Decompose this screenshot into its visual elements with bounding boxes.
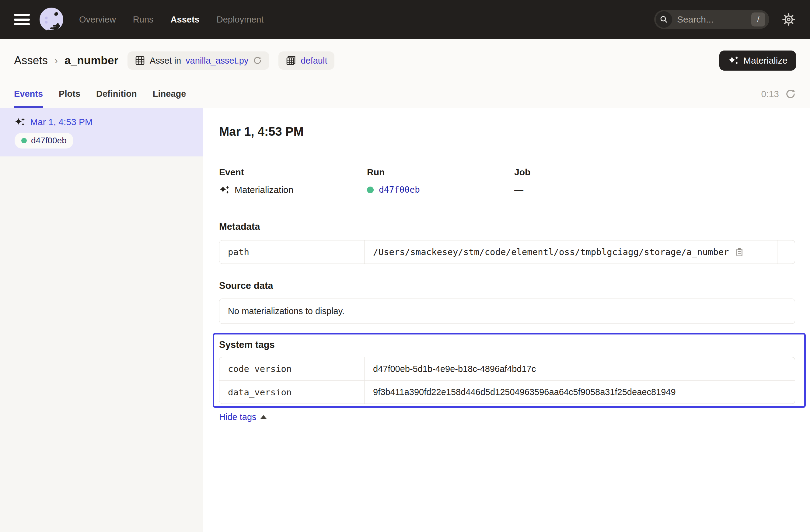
tag-value: d47f00eb-5d1b-4e9e-b18c-4896af4bd17c bbox=[373, 364, 536, 374]
run-id-label: d47f00eb bbox=[31, 136, 67, 145]
nav-item-assets[interactable]: Assets bbox=[171, 15, 200, 25]
nav-item-deployment[interactable]: Deployment bbox=[217, 15, 264, 25]
materialization-sparkles-icon bbox=[219, 186, 229, 194]
event-timestamp: Mar 1, 4:53 PM bbox=[30, 117, 93, 127]
asset-location-badge: Asset in vanilla_asset.py bbox=[128, 51, 270, 70]
breadcrumb-assets-link[interactable]: Assets bbox=[14, 54, 48, 67]
materialize-button[interactable]: Materialize bbox=[719, 50, 796, 70]
system-tags-heading: System tags bbox=[219, 339, 795, 350]
divider bbox=[219, 154, 795, 154]
table-row: data_version 9f3b411a390fd22e158d446d5d1… bbox=[220, 381, 795, 404]
repo-default-link[interactable]: default bbox=[301, 56, 327, 66]
dagster-logo-icon[interactable] bbox=[39, 7, 64, 32]
materialization-sparkles-icon bbox=[15, 117, 25, 127]
asset-location-prefix: Asset in bbox=[150, 56, 181, 66]
event-summary: Event Materialization Run d bbox=[219, 167, 795, 195]
tag-key: data_version bbox=[220, 381, 364, 404]
nav-item-runs[interactable]: Runs bbox=[133, 15, 154, 25]
menu-icon[interactable] bbox=[14, 14, 30, 25]
metadata-row-actions bbox=[777, 240, 795, 263]
gear-icon[interactable] bbox=[781, 12, 796, 27]
system-tags-table: code_version d47f00eb-5d1b-4e9e-b18c-489… bbox=[219, 357, 795, 404]
event-list-item-selected[interactable]: Mar 1, 4:53 PM d47f00eb bbox=[0, 108, 203, 157]
copy-icon[interactable] bbox=[734, 247, 744, 257]
search-shortcut-key: / bbox=[751, 13, 765, 27]
event-detail-panel: Mar 1, 4:53 PM Event Materialization bbox=[203, 108, 810, 532]
tab-lineage[interactable]: Lineage bbox=[153, 89, 186, 108]
refresh-icon[interactable] bbox=[785, 88, 796, 99]
asset-tabs: Events Plots Definition Lineage 0:13 bbox=[0, 79, 810, 108]
refresh-countdown: 0:13 bbox=[761, 89, 779, 99]
search-icon bbox=[656, 11, 672, 28]
repo-badge: default bbox=[278, 51, 335, 70]
reload-code-location-icon[interactable] bbox=[253, 56, 262, 65]
asset-header: Assets › a_number Asset in vanilla_asset… bbox=[0, 39, 810, 79]
hide-tags-label: Hide tags bbox=[219, 412, 257, 422]
breadcrumb: Assets › a_number bbox=[14, 54, 118, 67]
run-status-dot bbox=[367, 187, 374, 193]
repository-icon bbox=[286, 55, 296, 66]
run-status-dot bbox=[21, 138, 27, 143]
tag-key: code_version bbox=[220, 357, 364, 381]
table-grid-icon bbox=[135, 55, 145, 66]
event-column-label: Event bbox=[219, 167, 367, 177]
metadata-path-link[interactable]: /Users/smackesey/stm/code/elementl/oss/t… bbox=[373, 247, 729, 257]
run-id-pill[interactable]: d47f00eb bbox=[15, 133, 73, 148]
page-title: a_number bbox=[65, 54, 118, 67]
caret-up-icon bbox=[260, 415, 267, 419]
metadata-section: Metadata path /Users/smackesey/stm/code/… bbox=[219, 221, 795, 264]
tab-definition[interactable]: Definition bbox=[96, 89, 137, 108]
materialize-button-label: Materialize bbox=[743, 55, 788, 66]
table-row: code_version d47f00eb-5d1b-4e9e-b18c-489… bbox=[220, 357, 795, 381]
event-detail-title: Mar 1, 4:53 PM bbox=[219, 124, 795, 139]
top-nav-bar: Overview Runs Assets Deployment / bbox=[0, 0, 810, 39]
tab-plots[interactable]: Plots bbox=[59, 89, 80, 108]
event-type-value: Materialization bbox=[234, 185, 293, 195]
tag-value: 9f3b411a390fd22e158d446d5d12504963596aa6… bbox=[373, 387, 676, 397]
source-data-empty-message: No materializations to display. bbox=[219, 299, 795, 324]
source-data-heading: Source data bbox=[219, 280, 795, 291]
sparkles-icon bbox=[728, 56, 739, 65]
metadata-table: path /Users/smackesey/stm/code/elementl/… bbox=[219, 240, 795, 264]
system-tags-highlight-box: System tags code_version d47f00eb-5d1b-4… bbox=[213, 333, 806, 408]
metadata-key: path bbox=[220, 240, 364, 263]
run-column-label: Run bbox=[367, 167, 514, 177]
table-row: path /Users/smackesey/stm/code/elementl/… bbox=[220, 240, 795, 263]
search-input[interactable] bbox=[677, 14, 741, 25]
asset-file-link[interactable]: vanilla_asset.py bbox=[185, 56, 248, 66]
job-value: — bbox=[514, 185, 523, 195]
global-search[interactable]: / bbox=[654, 10, 769, 29]
tab-events[interactable]: Events bbox=[14, 89, 43, 108]
metadata-heading: Metadata bbox=[219, 221, 795, 232]
hide-tags-link[interactable]: Hide tags bbox=[219, 412, 267, 422]
event-list-sidebar: Mar 1, 4:53 PM d47f00eb bbox=[0, 108, 203, 532]
breadcrumb-separator: › bbox=[54, 55, 58, 66]
nav-item-overview[interactable]: Overview bbox=[79, 15, 116, 25]
run-id-link[interactable]: d47f00eb bbox=[379, 185, 420, 195]
source-data-section: Source data No materializations to displ… bbox=[219, 280, 795, 324]
job-column-label: Job bbox=[514, 167, 795, 177]
